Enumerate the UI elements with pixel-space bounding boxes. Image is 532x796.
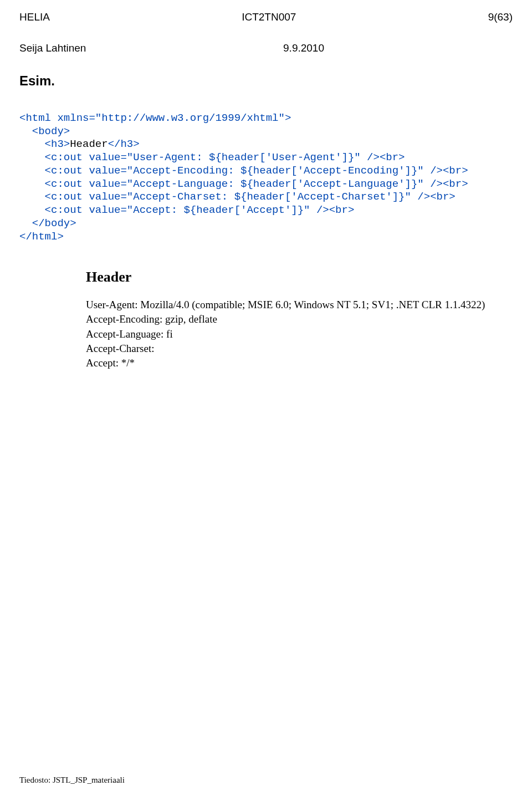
- code-tag: /><br>: [310, 204, 355, 216]
- code-block: <html xmlns="http://www.w3.org/1999/xhtm…: [19, 99, 513, 243]
- page-footer: Tiedosto: JSTL_JSP_materiaali: [19, 775, 125, 785]
- code-tag: <c:out: [19, 178, 89, 190]
- output-line: Accept-Charset:: [86, 341, 513, 356]
- code-tag: <html: [19, 112, 57, 124]
- code-tag: <h3>: [19, 138, 70, 150]
- code-attr: value="Accept-Charset: ${header['Accept-…: [89, 191, 411, 203]
- header-center: ICT2TN007: [242, 11, 296, 23]
- code-tag: /><br>: [424, 165, 468, 177]
- output-line: Accept-Language: fi: [86, 327, 513, 341]
- rendered-output: Header User-Agent: Mozilla/4.0 (compatib…: [86, 269, 513, 370]
- code-tag: </body>: [19, 217, 76, 229]
- header-author: Seija Lahtinen: [19, 42, 86, 54]
- code-attr: value="Accept-Encoding: ${header['Accept…: [89, 165, 423, 177]
- code-attr: value="Accept: ${header['Accept']}": [89, 204, 310, 216]
- code-attr: value="User-Agent: ${header['User-Agent'…: [89, 151, 360, 164]
- code-attr: xmlns="http://www.w3.org/1999/xhtml": [57, 112, 284, 124]
- header-right: 9(63): [488, 11, 513, 23]
- section-title: Esim.: [19, 73, 513, 89]
- code-tag: </html>: [19, 231, 64, 243]
- output-heading: Header: [86, 269, 513, 285]
- code-tag: >: [285, 112, 291, 124]
- code-tag: <c:out: [19, 151, 89, 164]
- output-line: User-Agent: Mozilla/4.0 (compatible; MSI…: [86, 298, 513, 312]
- output-line: Accept-Encoding: gzip, deflate: [86, 312, 513, 326]
- code-tag: <body>: [19, 125, 70, 137]
- code-attr: value="Accept-Language: ${header['Accept…: [89, 178, 423, 190]
- output-line: Accept: */*: [86, 356, 513, 370]
- code-tag: </h3>: [108, 138, 140, 150]
- code-tag: <c:out: [19, 165, 89, 177]
- header-left: HELIA: [19, 11, 50, 23]
- code-tag: <c:out: [19, 204, 89, 216]
- header-date: 9.9.2010: [283, 42, 324, 54]
- code-tag: /><br>: [424, 178, 468, 190]
- code-text: Header: [70, 138, 108, 150]
- code-tag: /><br>: [361, 151, 405, 164]
- code-tag: /><br>: [411, 191, 456, 203]
- code-tag: <c:out: [19, 191, 89, 203]
- page-subheader-row: Seija Lahtinen 9.9.2010: [19, 42, 513, 54]
- page-header-row: HELIA ICT2TN007 9(63): [19, 11, 513, 23]
